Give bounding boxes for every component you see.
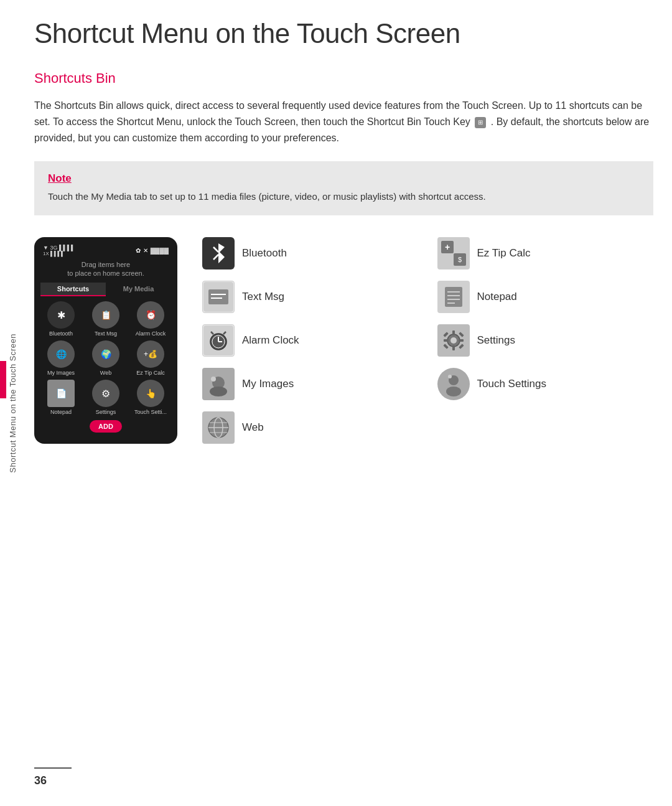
phone-label-eztip: Ez Tip Calc [136,370,165,376]
phone-grid-item-web: 🌍 Web [85,340,126,376]
phone-label-settings: Settings [96,409,116,415]
phone-icon-x: ✕ [143,247,148,254]
svg-rect-39 [452,330,455,335]
phone-icon-notepad: 📄 [47,380,75,407]
phone-drag-text: Drag items hereto place on home screen. [40,260,171,278]
phone-grid-item-notepad: 📄 Notepad [40,380,82,415]
sidebar-label: Shortcut Menu on the Touch Screen [0,0,25,806]
shortcut-item-textmsg: Text Msg [202,281,419,313]
phone-icon-web: 🌍 [92,340,119,368]
phone-grid: ✱ Bluetooth 📋 Text Msg ⏰ Alarm Clock 🌐 M… [40,301,171,415]
phone-top-bar: ▼ 3G ▌▌▌▌ 1X ▌▌▌▌ ✿ ✕ ▓▓▓▓ [40,245,171,256]
phone-icon-textmsg: 📋 [92,301,119,329]
illustration-area: ▼ 3G ▌▌▌▌ 1X ▌▌▌▌ ✿ ✕ ▓▓▓▓ Drag items he… [34,237,653,444]
shortcut-icon-alarmclock [202,324,235,357]
phone-grid-item-eztip: +💰 Ez Tip Calc [130,340,171,376]
shortcut-columns: Bluetooth Text Msg [202,237,653,444]
page-divider [34,767,72,769]
phone-label-alarmclock: Alarm Clock [136,330,166,337]
shortcut-icon-textmsg [202,281,235,313]
phone-label-notepad: Notepad [50,409,72,415]
svg-text:+: + [444,242,449,252]
shortcut-item-web: Web [202,411,419,444]
body-text: The Shortcuts Bin allows quick, direct a… [34,98,653,146]
phone-icon-settings: ✿ [136,247,141,254]
shortcut-label-eztip: Ez Tip Calc [477,247,531,260]
phone-grid-item-touchsetti: 👆 Touch Setti... [130,380,171,415]
shortcut-label-myimages: My Images [242,378,294,390]
phone-signal: ▼ 3G ▌▌▌▌ 1X ▌▌▌▌ [43,245,75,256]
shortcut-item-settings: Settings [437,324,654,357]
phone-icon-myimages: 🌐 [47,340,75,368]
phone-tabs: Shortcuts My Media [40,283,171,296]
shortcut-item-myimages: My Images [202,368,419,400]
shortcut-label-notepad: Notepad [477,291,517,303]
phone-grid-item-bluetooth: ✱ Bluetooth [40,301,82,337]
svg-rect-5 [208,289,228,304]
shortcut-column-left: Bluetooth Text Msg [202,237,419,444]
phone-icons-row: ✿ ✕ ▓▓▓▓ [136,247,169,254]
section-title: Shortcuts Bin [34,70,653,87]
svg-point-18 [211,377,216,382]
phone-label-web: Web [100,370,111,376]
phone-icon-eztip: +💰 [137,340,164,368]
svg-rect-40 [452,345,455,350]
phone-tab-shortcuts[interactable]: Shortcuts [40,283,106,296]
shortcut-icon-myimages [202,368,235,400]
shortcut-icon-eztip: + $ [437,237,470,269]
svg-point-38 [450,337,457,344]
phone-icon-touchsetti: 👆 [137,380,164,407]
svg-point-17 [210,387,227,396]
page-title: Shortcut Menu on the Touch Screen [34,19,653,49]
phone-grid-item-settings: ⚙ Settings [85,380,126,415]
svg-rect-31 [445,287,462,307]
shortcut-item-alarmclock: Alarm Clock [202,324,419,357]
shortcut-icon-touchsettings [437,368,470,400]
shortcut-icon-settings [437,324,470,357]
phone-label-myimages: My Images [47,370,75,376]
shortcut-item-bluetooth: Bluetooth [202,237,419,269]
shortcut-icon-bluetooth [202,237,235,269]
phone-icon-settings-item: ⚙ [92,380,119,407]
svg-rect-41 [444,339,449,342]
phone-grid-item-textmsg: 📋 Text Msg [85,301,126,337]
svg-text:$: $ [457,256,461,263]
shortcut-label-textmsg: Text Msg [242,291,284,303]
phone-icon-bluetooth: ✱ [47,301,75,329]
note-box: Note Touch the My Media tab to set up to… [34,161,653,215]
shortcut-label-touchsettings: Touch Settings [477,378,547,390]
shortcut-icon-notepad [437,281,470,313]
shortcut-label-alarmclock: Alarm Clock [242,334,299,347]
phone-mockup: ▼ 3G ▌▌▌▌ 1X ▌▌▌▌ ✿ ✕ ▓▓▓▓ Drag items he… [34,237,177,444]
phone-add-button[interactable]: ADD [90,420,122,433]
phone-label-bluetooth: Bluetooth [49,330,73,337]
phone-tab-mymedia[interactable]: My Media [106,283,171,296]
page-number: 36 [34,774,47,787]
svg-point-50 [448,375,452,378]
phone-label-textmsg: Text Msg [95,330,117,337]
svg-point-49 [446,387,461,396]
shortcut-item-touchsettings: Touch Settings [437,368,654,400]
shortcut-label-web: Web [242,421,264,434]
phone-icon-alarmclock: ⏰ [137,301,164,329]
shortcut-label-settings: Settings [477,334,515,347]
phone-icon-battery: ▓▓▓▓ [151,247,169,254]
svg-rect-42 [459,339,464,342]
shortcut-column-right: + $ Ez Tip Calc [437,237,654,444]
shortcut-item-notepad: Notepad [437,281,654,313]
note-title: Note [48,172,640,185]
sidebar-text: Shortcut Menu on the Touch Screen [8,334,17,473]
phone-label-touchsetti: Touch Setti... [134,409,167,415]
shortcut-key-icon [475,117,486,128]
note-text: Touch the My Media tab to set up to 11 m… [48,190,640,204]
phone-grid-item-alarmclock: ⏰ Alarm Clock [130,301,171,337]
shortcut-item-eztip: + $ Ez Tip Calc [437,237,654,269]
shortcut-label-bluetooth: Bluetooth [242,247,287,260]
shortcut-icon-web [202,411,235,444]
phone-grid-item-myimages: 🌐 My Images [40,340,82,376]
